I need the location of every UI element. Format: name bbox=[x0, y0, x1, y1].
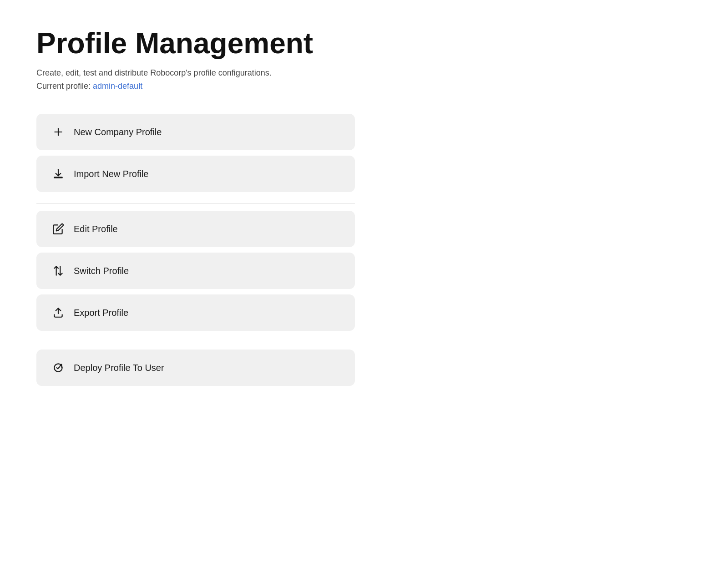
divider-1 bbox=[36, 203, 355, 203]
deploy-profile-label: Deploy Profile To User bbox=[74, 363, 164, 373]
page-subtitle: Create, edit, test and distribute Roboco… bbox=[36, 68, 682, 78]
switch-profile-label: Switch Profile bbox=[74, 266, 129, 276]
import-new-profile-label: Import New Profile bbox=[74, 169, 149, 179]
current-profile-line: Current profile: admin-default bbox=[36, 81, 682, 91]
deploy-profile-button[interactable]: Deploy Profile To User bbox=[36, 350, 355, 386]
deploy-icon bbox=[50, 360, 66, 376]
import-new-profile-button[interactable]: Import New Profile bbox=[36, 156, 355, 192]
page-title: Profile Management bbox=[36, 27, 682, 59]
group-deploy: Deploy Profile To User bbox=[36, 350, 355, 386]
divider-2 bbox=[36, 342, 355, 342]
download-icon bbox=[50, 166, 66, 182]
group-create: New Company Profile Import New Profile bbox=[36, 114, 355, 192]
current-profile-label: Current profile: bbox=[36, 81, 93, 91]
export-profile-button[interactable]: Export Profile bbox=[36, 294, 355, 331]
switch-profile-button[interactable]: Switch Profile bbox=[36, 253, 355, 289]
new-company-profile-button[interactable]: New Company Profile bbox=[36, 114, 355, 150]
group-manage: Edit Profile Switch Profile Export Profi… bbox=[36, 211, 355, 331]
export-profile-label: Export Profile bbox=[74, 308, 128, 318]
buttons-container: New Company Profile Import New Profile bbox=[36, 114, 355, 390]
edit-profile-label: Edit Profile bbox=[74, 224, 118, 234]
plus-icon bbox=[50, 124, 66, 140]
current-profile-link[interactable]: admin-default bbox=[93, 81, 142, 91]
new-company-profile-label: New Company Profile bbox=[74, 127, 162, 137]
switch-icon bbox=[50, 263, 66, 279]
edit-profile-button[interactable]: Edit Profile bbox=[36, 211, 355, 247]
edit-icon bbox=[50, 221, 66, 237]
export-icon bbox=[50, 304, 66, 321]
